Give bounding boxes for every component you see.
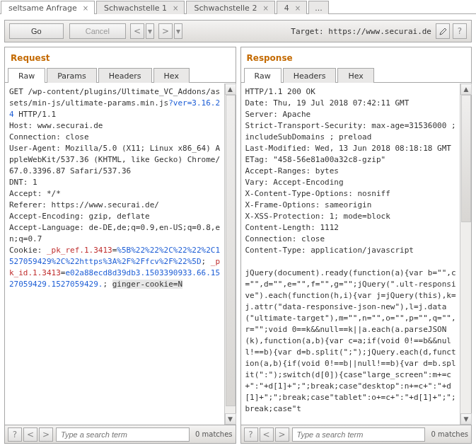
pencil-icon	[439, 28, 447, 35]
response-search-bar: ? < > 0 matches	[241, 425, 472, 443]
history-forward-dropdown[interactable]: ▾	[174, 23, 182, 39]
history-nav: < ▾	[130, 23, 154, 39]
search-prev-button[interactable]: <	[23, 427, 37, 442]
request-match-count: 0 matches	[195, 430, 233, 438]
tab-raw[interactable]: Raw	[8, 68, 45, 83]
request-title: Request	[5, 47, 236, 67]
tab-params[interactable]: Params	[47, 68, 97, 83]
tab-headers[interactable]: Headers	[283, 68, 337, 83]
history-back-dropdown[interactable]: ▾	[146, 23, 154, 39]
go-button[interactable]: Go	[9, 23, 64, 39]
response-pane: Response RawHeadersHex HTTP/1.1 200 OK D…	[240, 47, 472, 444]
split-container: Request RawParamsHeadersHex GET /wp-cont…	[0, 42, 476, 448]
cancel-button[interactable]: Cancel	[69, 23, 126, 39]
scroll-down-icon[interactable]: ▼	[460, 413, 472, 425]
request-pane: Request RawParamsHeadersHex GET /wp-cont…	[4, 47, 236, 444]
history-back-button[interactable]: <	[130, 23, 144, 39]
search-next-button[interactable]: >	[39, 427, 53, 442]
response-scrollbar[interactable]: ▲ ▼	[460, 84, 471, 425]
dossier-tab[interactable]: ...	[308, 1, 329, 14]
dossier-tab-label: 4	[284, 4, 289, 13]
close-icon[interactable]: ×	[262, 4, 268, 12]
repeater-toolbar: Go Cancel < ▾ > ▾ Target: https://www.se…	[4, 20, 472, 42]
request-raw-wrap: GET /wp-content/plugins/Ultimate_VC_Addo…	[5, 83, 236, 425]
edit-target-button[interactable]	[436, 23, 450, 39]
request-subtabs: RawParamsHeadersHex	[5, 67, 236, 83]
response-subtabs: RawHeadersHex	[241, 67, 472, 83]
request-search-bar: ? < > 0 matches	[5, 425, 236, 443]
dossier-tab[interactable]: Schwachstelle 2×	[186, 1, 274, 14]
tab-headers[interactable]: Headers	[98, 68, 152, 83]
dossier-tab[interactable]: Schwachstelle 1×	[96, 1, 185, 14]
dossier-tab-label: Schwachstelle 1	[104, 4, 167, 13]
dossier-tab[interactable]: seltsame Anfrage×	[1, 1, 95, 14]
close-icon[interactable]: ×	[83, 4, 88, 12]
scroll-thumb[interactable]	[226, 95, 236, 406]
scroll-thumb[interactable]	[461, 95, 471, 222]
dossier-tab-label: Schwachstelle 2	[194, 4, 257, 13]
search-prev-button[interactable]: <	[260, 427, 274, 442]
request-scrollbar[interactable]: ▲ ▼	[224, 84, 236, 425]
history-nav-fwd: > ▾	[158, 23, 182, 39]
search-options-button[interactable]: ?	[8, 427, 22, 442]
history-forward-button[interactable]: >	[158, 23, 173, 39]
dossier-tab-label: ...	[315, 4, 323, 13]
dossier-tab-label: seltsame Anfrage	[8, 4, 77, 13]
request-raw-editor[interactable]: GET /wp-content/plugins/Ultimate_VC_Addo…	[5, 84, 224, 425]
close-icon[interactable]: ×	[295, 4, 301, 12]
tab-hex[interactable]: Hex	[337, 68, 373, 83]
tab-raw[interactable]: Raw	[244, 68, 281, 83]
search-next-button[interactable]: >	[275, 427, 289, 442]
help-button[interactable]: ?	[453, 23, 467, 39]
response-raw-wrap: HTTP/1.1 200 OK Date: Thu, 19 Jul 2018 0…	[241, 83, 472, 425]
search-options-button[interactable]: ?	[244, 427, 258, 442]
response-search-input[interactable]	[292, 427, 426, 442]
tab-hex[interactable]: Hex	[153, 68, 190, 83]
dossier-tabs: seltsame Anfrage×Schwachstelle 1×Schwach…	[0, 0, 476, 14]
request-search-input[interactable]	[56, 427, 190, 442]
close-icon[interactable]: ×	[173, 4, 178, 12]
response-title: Response	[241, 47, 472, 67]
response-match-count: 0 matches	[431, 430, 468, 438]
scroll-up-icon[interactable]: ▲	[460, 84, 472, 95]
scroll-down-icon[interactable]: ▼	[225, 413, 236, 425]
target-label: Target: https://www.securai.de	[291, 27, 431, 36]
scroll-up-icon[interactable]: ▲	[225, 84, 236, 95]
dossier-tab[interactable]: 4×	[277, 1, 307, 14]
response-raw-viewer[interactable]: HTTP/1.1 200 OK Date: Thu, 19 Jul 2018 0…	[241, 84, 460, 425]
